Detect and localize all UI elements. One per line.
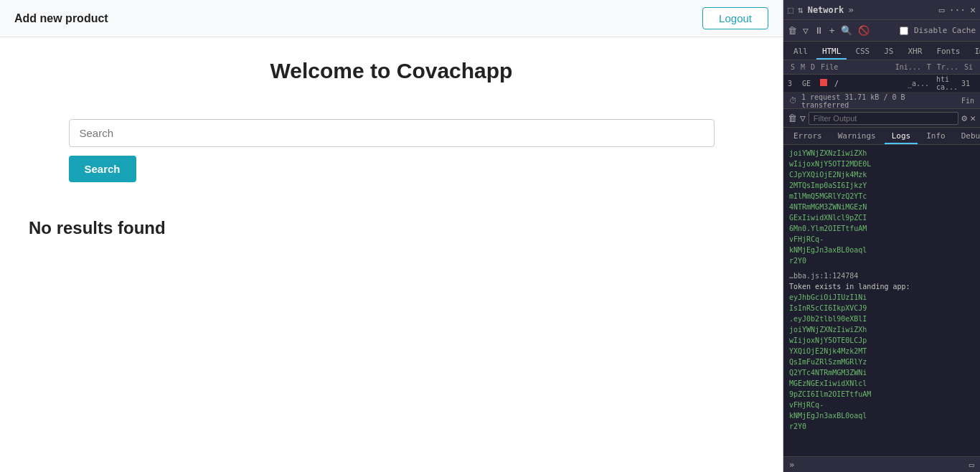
tab-info[interactable]: Info: [919, 129, 953, 144]
inspect-icon[interactable]: ⬚: [788, 4, 793, 15]
no-icon[interactable]: 🚫: [858, 25, 870, 36]
settings-icon[interactable]: ⚙: [961, 113, 967, 123]
filter-output-input[interactable]: [809, 112, 959, 125]
col-ini: Ini...: [892, 62, 924, 72]
no-results-label: No results found: [29, 218, 754, 238]
log-link[interactable]: …bba.js:1:124784: [789, 272, 858, 280]
col-d: D: [808, 62, 818, 72]
tab-warnings[interactable]: Warnings: [831, 129, 883, 144]
filter-tabs: All HTML CSS JS XHR Fonts Images: [783, 42, 980, 60]
search-section: Search: [69, 119, 715, 182]
dock-icon[interactable]: ▭: [939, 4, 945, 15]
search-icon[interactable]: 🔍: [841, 25, 852, 36]
filter-tab-css[interactable]: CSS: [849, 44, 875, 60]
devtools-bottom: » ▭: [783, 456, 980, 472]
disable-cache-checkbox[interactable]: [900, 27, 908, 35]
col-headers: S M D File Ini... T Tr... Si: [783, 60, 980, 75]
filter-tab-js[interactable]: JS: [878, 44, 899, 60]
logout-button[interactable]: Logout: [702, 7, 768, 29]
close-console-icon[interactable]: ✕: [970, 113, 976, 123]
more-icon[interactable]: ···: [949, 4, 966, 15]
col-file: File: [818, 62, 892, 72]
row-transfer: hti ca...: [936, 75, 961, 91]
filter-console-icon[interactable]: ▽: [800, 113, 806, 123]
clock-icon: ⏱: [789, 96, 797, 105]
main-content: Welcome to Covachapp Search No results f…: [0, 37, 783, 472]
filter-icon[interactable]: ▽: [803, 25, 809, 36]
row-initiator: _a...: [908, 80, 936, 88]
search-input[interactable]: [69, 119, 715, 147]
console-filter-bar: 🗑 ▽ ⚙ ✕: [783, 109, 980, 128]
tab-debug[interactable]: Debug: [954, 129, 980, 144]
tab-logs[interactable]: Logs: [885, 129, 918, 144]
row-status: 3: [788, 80, 802, 88]
trash-icon[interactable]: 🗑: [788, 25, 797, 36]
filter-tab-fonts[interactable]: Fonts: [930, 44, 966, 60]
col-tr: Tr...: [934, 62, 961, 72]
page-title: Add new product: [14, 12, 108, 25]
network-rows: 3 GE / _a... hti ca... 31: [783, 75, 980, 93]
col-s: S: [788, 62, 798, 72]
filter-tab-xhr[interactable]: XHR: [903, 44, 928, 60]
network-icon[interactable]: ⇅: [798, 4, 804, 15]
log-token-value: eyJhbGciOiJIUzI1NiIsInR5cCI6IkpXVCJ9.eyJ…: [789, 293, 871, 430]
filter-tab-images[interactable]: Images: [969, 44, 981, 60]
status-bar: ⏱ 1 request 31.71 kB / 0 B transferred F…: [783, 93, 980, 109]
row-size: 31: [961, 80, 976, 88]
dock-bottom-icon[interactable]: ▭: [969, 460, 974, 470]
status-text: 1 request 31.71 kB / 0 B transferred: [801, 93, 953, 109]
row-domain: [820, 79, 834, 88]
log-line-2: …bba.js:1:124784 Token exists in landing…: [789, 270, 974, 432]
trash-console-icon[interactable]: 🗑: [788, 113, 797, 123]
col-m: M: [798, 62, 808, 72]
row-method: GE: [802, 80, 820, 88]
chevron-right-icon[interactable]: »: [848, 4, 854, 15]
devtools-panel: ⬚ ⇅ Network » ▭ ··· ✕ 🗑 ▽ ⏸ + 🔍 🚫 Disabl…: [783, 0, 980, 472]
close-icon[interactable]: ✕: [970, 4, 976, 15]
network-tab-label[interactable]: Network: [808, 5, 844, 15]
finish-label: Fin: [961, 97, 974, 105]
filter-tab-all[interactable]: All: [788, 44, 814, 60]
filter-tab-html[interactable]: HTML: [816, 44, 847, 60]
disable-cache-label: Disable Cache: [914, 26, 976, 35]
tab-errors[interactable]: Errors: [786, 129, 829, 144]
console-tabs: Errors Warnings Logs Info Debug CSS: [783, 128, 980, 145]
console-output: joiYWNjZXNzIiwiZXhwIijoxNjY5OTI2MDE0LCJp…: [783, 145, 980, 456]
table-row[interactable]: 3 GE / _a... hti ca... 31: [783, 75, 980, 93]
col-si: Si: [961, 62, 976, 72]
search-button[interactable]: Search: [69, 156, 136, 182]
add-icon[interactable]: +: [829, 25, 835, 36]
col-t: T: [924, 62, 934, 72]
header: Add new product Logout: [0, 0, 783, 37]
devtools-toolbar: 🗑 ▽ ⏸ + 🔍 🚫 Disable Cache: [783, 20, 980, 42]
devtools-topbar: ⬚ ⇅ Network » ▭ ··· ✕: [783, 0, 980, 20]
log-line-1: joiYWNjZXNzIiwiZXhwIijoxNjY5OTI2MDE0LCJp…: [789, 148, 974, 266]
chevron-left-bottom-icon[interactable]: »: [789, 460, 794, 470]
pause-icon[interactable]: ⏸: [814, 25, 824, 36]
row-file: /: [834, 80, 908, 88]
welcome-title: Welcome to Covachapp: [29, 59, 754, 83]
